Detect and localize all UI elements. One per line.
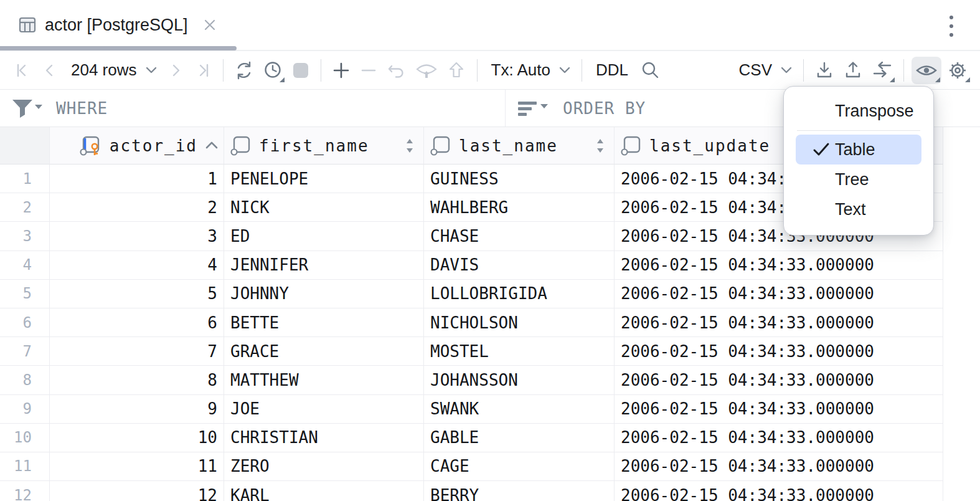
cell-first-name[interactable]: JOHNNY bbox=[224, 280, 424, 308]
menu-item-tree[interactable]: Tree bbox=[784, 165, 933, 194]
tab-actor[interactable]: actor [PostgreSQL] bbox=[0, 0, 232, 50]
cell-last-update[interactable]: 2006-02-15 04:34:33.000000 bbox=[615, 366, 943, 394]
cell-last-update[interactable]: 2006-02-15 04:34:33.000000 bbox=[615, 280, 943, 308]
first-page-icon[interactable] bbox=[10, 57, 35, 84]
cell-actor-id[interactable]: 12 bbox=[50, 481, 224, 501]
column-name: last_update bbox=[649, 136, 770, 155]
where-filter-field[interactable]: WHERE bbox=[0, 90, 506, 126]
column-header-last-name[interactable]: last_name bbox=[424, 127, 615, 165]
menu-item-transpose[interactable]: Transpose bbox=[784, 96, 933, 126]
column-icon bbox=[429, 135, 454, 157]
cell-last-update[interactable]: 2006-02-15 04:34:33.000000 bbox=[615, 251, 943, 280]
row-number[interactable]: 7 bbox=[0, 337, 50, 366]
cell-last-name[interactable]: BERRY bbox=[424, 481, 615, 501]
cell-actor-id[interactable]: 4 bbox=[50, 251, 224, 280]
cell-first-name[interactable]: ED bbox=[224, 222, 424, 250]
row-number[interactable]: 9 bbox=[0, 395, 50, 424]
compare-icon[interactable] bbox=[869, 57, 896, 84]
cell-first-name[interactable]: GRACE bbox=[224, 337, 424, 366]
row-number[interactable]: 12 bbox=[0, 481, 50, 501]
cell-last-name[interactable]: LOLLOBRIGIDA bbox=[424, 280, 615, 308]
sort-ascending-icon[interactable] bbox=[204, 140, 220, 151]
schedule-clock-icon[interactable] bbox=[260, 57, 286, 84]
ddl-label: DDL bbox=[592, 60, 632, 80]
cell-actor-id[interactable]: 11 bbox=[50, 452, 224, 481]
column-icon bbox=[620, 135, 644, 157]
cell-first-name[interactable]: NICK bbox=[224, 193, 424, 222]
cell-actor-id[interactable]: 9 bbox=[50, 395, 224, 424]
row-number[interactable]: 2 bbox=[0, 193, 50, 222]
sort-toggle-icon[interactable] bbox=[405, 138, 415, 154]
tab-title: actor [PostgreSQL] bbox=[45, 16, 188, 35]
cell-actor-id[interactable]: 3 bbox=[50, 222, 224, 250]
cell-last-name[interactable]: GABLE bbox=[424, 424, 615, 452]
tab-bar: actor [PostgreSQL] bbox=[0, 0, 980, 51]
cell-last-update[interactable]: 2006-02-15 04:34:33.000000 bbox=[615, 481, 943, 501]
cell-last-name[interactable]: CHASE bbox=[424, 222, 615, 250]
row-number[interactable]: 5 bbox=[0, 280, 50, 308]
cell-last-update[interactable]: 2006-02-15 04:34:33.000000 bbox=[615, 337, 943, 366]
cell-first-name[interactable]: BETTE bbox=[224, 308, 424, 337]
row-number[interactable]: 6 bbox=[0, 308, 50, 337]
cell-actor-id[interactable]: 10 bbox=[50, 424, 224, 452]
cell-first-name[interactable]: MATTHEW bbox=[224, 366, 424, 394]
next-page-icon[interactable] bbox=[163, 57, 188, 84]
grid-corner-cell[interactable] bbox=[0, 127, 50, 165]
tx-mode-dropdown[interactable]: Tx: Auto bbox=[485, 57, 574, 84]
upload-icon[interactable] bbox=[840, 57, 866, 84]
cell-first-name[interactable]: KARL bbox=[224, 481, 424, 501]
cell-last-update[interactable]: 2006-02-15 04:34:33.000000 bbox=[615, 395, 943, 424]
cell-last-name[interactable]: GUINESS bbox=[424, 165, 615, 193]
cell-last-name[interactable]: WAHLBERG bbox=[424, 193, 615, 222]
toolbar-separator bbox=[903, 59, 904, 82]
cell-first-name[interactable]: PENELOPE bbox=[224, 165, 424, 193]
row-number[interactable]: 10 bbox=[0, 424, 50, 452]
cell-first-name[interactable]: JOE bbox=[224, 395, 424, 424]
last-page-icon[interactable] bbox=[191, 57, 215, 84]
search-icon[interactable] bbox=[637, 57, 663, 84]
ddl-button[interactable]: DDL bbox=[590, 57, 634, 84]
cell-actor-id[interactable]: 5 bbox=[50, 280, 224, 308]
view-options-eye-icon[interactable] bbox=[912, 57, 941, 84]
row-number[interactable]: 11 bbox=[0, 452, 50, 481]
kebab-menu-icon[interactable] bbox=[939, 12, 964, 40]
dropdown-corner-icon bbox=[890, 77, 895, 82]
row-number[interactable]: 8 bbox=[0, 366, 50, 394]
cell-last-name[interactable]: CAGE bbox=[424, 452, 615, 481]
row-count-dropdown[interactable]: 204 rows bbox=[65, 57, 161, 84]
previous-page-icon[interactable] bbox=[37, 57, 62, 84]
cell-last-update[interactable]: 2006-02-15 04:34:33.000000 bbox=[615, 424, 943, 452]
cell-last-name[interactable]: MOSTEL bbox=[424, 337, 615, 366]
cell-actor-id[interactable]: 1 bbox=[50, 165, 224, 193]
cell-last-name[interactable]: DAVIS bbox=[424, 251, 615, 280]
sort-toggle-icon[interactable] bbox=[595, 138, 605, 154]
menu-item-text[interactable]: Text bbox=[784, 194, 933, 224]
row-number[interactable]: 1 bbox=[0, 165, 50, 193]
cell-first-name[interactable]: CHRISTIAN bbox=[224, 424, 424, 452]
column-header-first-name[interactable]: first_name bbox=[224, 127, 424, 165]
cell-last-update[interactable]: 2006-02-15 04:34:33.000000 bbox=[615, 452, 943, 481]
cell-actor-id[interactable]: 8 bbox=[50, 366, 224, 394]
dropdown-corner-icon bbox=[935, 77, 940, 82]
cell-first-name[interactable]: JENNIFER bbox=[224, 251, 424, 280]
undo-icon bbox=[384, 57, 410, 84]
download-icon[interactable] bbox=[811, 57, 837, 84]
column-header-actor-id[interactable]: actor_id bbox=[50, 127, 224, 165]
gear-icon[interactable] bbox=[944, 57, 971, 84]
row-number[interactable]: 3 bbox=[0, 222, 50, 250]
add-row-icon[interactable] bbox=[329, 57, 354, 84]
export-format-label: CSV bbox=[735, 60, 776, 80]
refresh-icon[interactable] bbox=[231, 57, 257, 84]
menu-item-table[interactable]: Table bbox=[796, 135, 921, 165]
cell-actor-id[interactable]: 2 bbox=[50, 193, 224, 222]
cell-first-name[interactable]: ZERO bbox=[224, 452, 424, 481]
cell-last-name[interactable]: SWANK bbox=[424, 395, 615, 424]
cell-last-name[interactable]: JOHANSSON bbox=[424, 366, 615, 394]
close-icon[interactable] bbox=[202, 17, 218, 33]
export-format-dropdown[interactable]: CSV bbox=[733, 57, 796, 84]
cell-last-name[interactable]: NICHOLSON bbox=[424, 308, 615, 337]
cell-last-update[interactable]: 2006-02-15 04:34:33.000000 bbox=[615, 308, 943, 337]
cell-actor-id[interactable]: 7 bbox=[50, 337, 224, 366]
row-number[interactable]: 4 bbox=[0, 251, 50, 280]
cell-actor-id[interactable]: 6 bbox=[50, 308, 224, 337]
